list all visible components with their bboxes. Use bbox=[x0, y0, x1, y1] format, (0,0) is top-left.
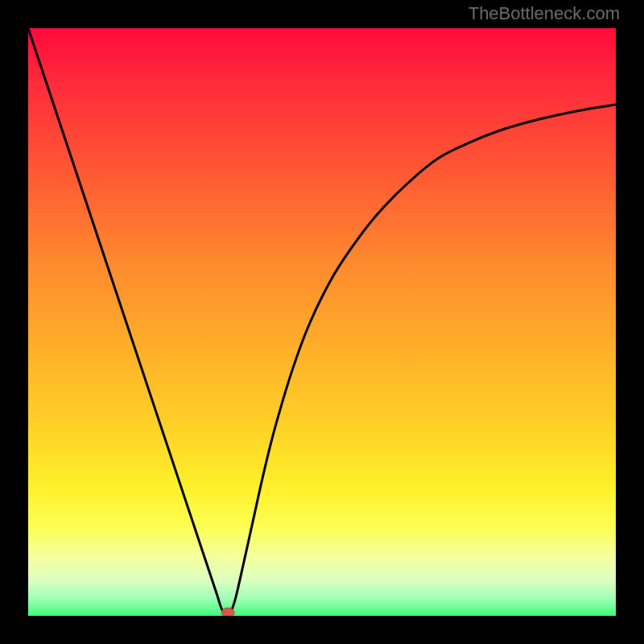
plot-area bbox=[24, 24, 620, 620]
bottleneck-curve-svg bbox=[28, 28, 616, 616]
watermark-text: TheBottleneck.com bbox=[469, 3, 620, 24]
minimum-point-marker bbox=[221, 608, 234, 616]
bottleneck-curve-path bbox=[28, 28, 616, 616]
chart-container: TheBottleneck.com bbox=[0, 0, 644, 644]
